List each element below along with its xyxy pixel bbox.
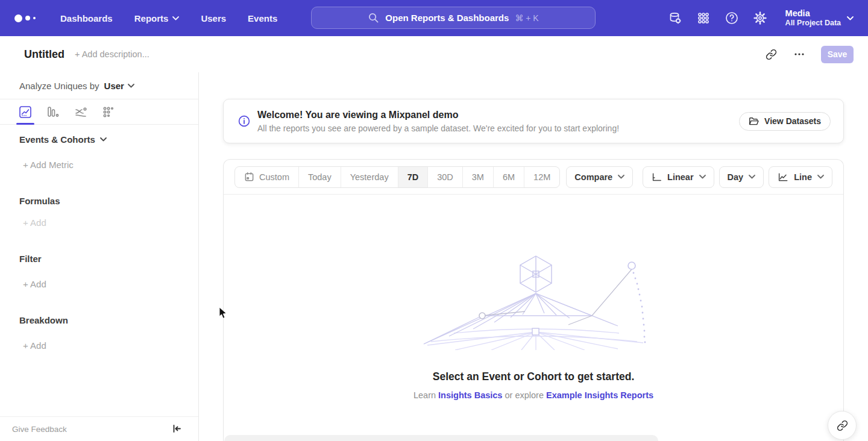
view-datasets-label: View Datasets: [764, 116, 821, 126]
search-placeholder: Open Reports & Dashboards: [385, 13, 509, 23]
range-label: 6M: [503, 172, 515, 182]
chart-type-tabs: [0, 100, 198, 125]
line-chart-icon: [18, 105, 33, 119]
tab-metric-grid[interactable]: [101, 100, 116, 125]
folder-icon: [749, 117, 759, 126]
scale-label: Linear: [667, 172, 694, 182]
info-icon: [238, 115, 250, 127]
chevron-down-icon: [100, 137, 107, 142]
save-button[interactable]: Save: [821, 46, 854, 63]
chart-type-label: Line: [794, 172, 812, 182]
add-formula-button[interactable]: + Add: [23, 217, 46, 228]
share-link-button[interactable]: [828, 411, 857, 440]
scale-selector[interactable]: Linear: [643, 166, 714, 188]
tab-bar-chart[interactable]: [46, 100, 60, 125]
filter-label: Filter: [19, 254, 42, 264]
chevron-down-icon: [847, 16, 854, 20]
metric-grid-icon: [101, 105, 116, 119]
events-cohorts-label: Events & Cohorts: [19, 134, 95, 145]
range-30d[interactable]: 30D: [427, 167, 462, 187]
top-nav: Dashboards Reports Users Events Open Rep…: [0, 0, 868, 36]
chevron-down-icon: [618, 175, 624, 179]
events-cohorts-section[interactable]: Events & Cohorts: [19, 134, 107, 145]
apps-grid-icon[interactable]: [696, 10, 711, 26]
empty-state-title: Select an Event or Cohort to get started…: [224, 371, 843, 383]
nav-item-reports[interactable]: Reports: [134, 13, 180, 23]
view-datasets-button[interactable]: View Datasets: [739, 112, 831, 131]
give-feedback-link[interactable]: Give Feedback: [12, 425, 67, 434]
nav-label: Dashboards: [60, 13, 113, 23]
nav-item-users[interactable]: Users: [201, 13, 226, 23]
nav-label: Users: [201, 13, 226, 23]
banner-subtitle: All the reports you see are powered by a…: [257, 122, 619, 134]
range-3m[interactable]: 3M: [462, 167, 493, 187]
interval-label: Day: [728, 172, 744, 182]
chevron-down-icon: [699, 175, 706, 179]
nav-right: Media All Project Data: [667, 8, 854, 28]
range-custom[interactable]: Custom: [235, 167, 298, 187]
main-area: Welcome! You are viewing a Mixpanel demo…: [199, 72, 868, 441]
calendar-icon: [244, 172, 254, 182]
analyze-by-value: User: [104, 81, 124, 91]
search-icon: [368, 12, 379, 23]
nav-item-events[interactable]: Events: [248, 13, 277, 23]
chevron-down-icon: [749, 175, 755, 179]
main-nav: Dashboards Reports Users Events: [60, 13, 277, 23]
bar-chart-icon: [46, 105, 60, 119]
project-name: Media: [785, 8, 841, 19]
range-label: Yesterday: [350, 172, 389, 182]
line-chart-icon: [777, 172, 788, 183]
range-label: 30D: [437, 172, 453, 182]
welcome-banner: Welcome! You are viewing a Mixpanel demo…: [223, 99, 844, 143]
add-metric-button[interactable]: + Add Metric: [23, 160, 74, 170]
global-search[interactable]: Open Reports & Dashboards ⌘ + K: [311, 7, 596, 29]
nav-label: Events: [248, 13, 277, 23]
chart-type-selector[interactable]: Line: [769, 166, 832, 188]
formulas-label: Formulas: [19, 196, 60, 206]
range-today[interactable]: Today: [298, 167, 341, 187]
compare-label: Compare: [574, 172, 612, 182]
add-breakdown-button[interactable]: + Add: [23, 340, 46, 351]
range-label: Custom: [259, 172, 289, 182]
report-title[interactable]: Untitled: [24, 48, 64, 61]
range-label: 7D: [407, 172, 419, 182]
data-management-icon[interactable]: [667, 10, 683, 26]
link-icon: [837, 420, 848, 431]
chart-panel: Custom Today Yesterday 7D 30D 3M 6M 12M …: [223, 159, 844, 441]
query-sidebar: Analyze Uniques by User: [0, 72, 199, 441]
example-reports-link[interactable]: Example Insights Reports: [546, 390, 653, 400]
analyze-by-selector[interactable]: User: [104, 81, 134, 91]
copy-link-icon[interactable]: [764, 48, 778, 61]
interval-selector[interactable]: Day: [719, 166, 764, 188]
compare-button[interactable]: Compare: [566, 166, 633, 188]
add-filter-button[interactable]: + Add: [23, 279, 46, 289]
nav-item-dashboards[interactable]: Dashboards: [60, 13, 113, 23]
range-6m[interactable]: 6M: [493, 167, 524, 187]
flows-icon: [74, 105, 88, 119]
tab-flows-chart[interactable]: [74, 100, 88, 125]
mixpanel-logo-icon[interactable]: [14, 14, 42, 22]
settings-gear-icon[interactable]: [752, 10, 768, 26]
range-label: Today: [308, 172, 332, 182]
collapse-sidebar-icon[interactable]: [172, 424, 183, 434]
report-description-placeholder[interactable]: + Add description...: [75, 49, 149, 59]
insights-basics-link[interactable]: Insights Basics: [438, 390, 502, 400]
tab-line-chart[interactable]: [18, 100, 33, 125]
project-switcher[interactable]: Media All Project Data: [785, 8, 854, 28]
range-7d[interactable]: 7D: [398, 167, 428, 187]
help-icon[interactable]: [724, 10, 740, 26]
learn-prefix: Learn: [414, 390, 436, 400]
breakdown-label: Breakdown: [19, 315, 68, 325]
chevron-down-icon: [128, 84, 134, 88]
middle-text: or explore: [505, 390, 543, 400]
range-label: 12M: [533, 172, 550, 182]
chevron-down-icon: [172, 16, 179, 20]
bottom-section-edge: [224, 435, 658, 441]
range-label: 3M: [472, 172, 484, 182]
banner-title: Welcome! You are viewing a Mixpanel demo: [257, 108, 619, 121]
range-12m[interactable]: 12M: [524, 167, 559, 187]
more-options-icon[interactable]: [793, 48, 806, 61]
range-yesterday[interactable]: Yesterday: [341, 167, 398, 187]
axis-icon: [651, 172, 662, 183]
empty-state-links: Learn Insights Basics or explore Example…: [224, 390, 843, 400]
